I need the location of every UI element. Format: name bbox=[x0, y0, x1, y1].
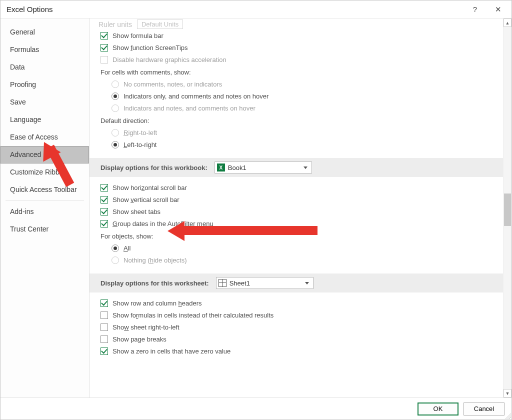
comments-heading: For cells with comments, show: bbox=[100, 66, 496, 78]
label: Show a zero in cells that have zero valu… bbox=[112, 348, 230, 355]
close-button[interactable]: ✕ bbox=[486, 2, 510, 17]
disable-hardware-accel-row[interactable]: Disable hardware graphics acceleration bbox=[100, 54, 496, 66]
group-dates-autofilter-row[interactable]: Group dates in the AutoFilter menu bbox=[100, 218, 496, 230]
radio-icon[interactable] bbox=[112, 80, 119, 88]
label: Right-to-left bbox=[124, 129, 157, 136]
label: Show row and column headers bbox=[112, 300, 202, 307]
label: Disable hardware graphics acceleration bbox=[112, 56, 226, 64]
comments-radio-none[interactable]: No comments, notes, or indicators bbox=[112, 78, 496, 90]
checkbox-icon[interactable] bbox=[100, 348, 108, 355]
sidebar-item-formulas[interactable]: Formulas bbox=[0, 41, 89, 58]
checkbox-icon[interactable] bbox=[100, 300, 108, 307]
chevron-down-icon bbox=[305, 282, 309, 284]
sidebar-item-quick-access-toolbar[interactable]: Quick Access Toolbar bbox=[0, 181, 89, 198]
resize-grip-icon[interactable] bbox=[504, 412, 511, 419]
sidebar-item-customize-ribbon[interactable]: Customize Ribbon bbox=[0, 164, 89, 181]
scroll-up-arrow-icon[interactable]: ▲ bbox=[504, 18, 512, 27]
direction-rtl[interactable]: Right-to-left bbox=[112, 127, 496, 139]
worksheet-select[interactable]: Sheet1 bbox=[216, 277, 314, 289]
sidebar-item-language[interactable]: Language bbox=[0, 111, 89, 128]
help-button[interactable]: ? bbox=[464, 2, 486, 17]
radio-icon[interactable] bbox=[112, 244, 119, 252]
dialog-body: General Formulas Data Proofing Save Lang… bbox=[0, 18, 512, 398]
cancel-button[interactable]: Cancel bbox=[464, 402, 504, 416]
window-title: Excel Options bbox=[6, 5, 53, 14]
show-function-screentips-row[interactable]: Show function ScreenTips bbox=[100, 42, 496, 54]
vertical-scrollbar[interactable]: ▲ ▼ bbox=[503, 18, 512, 398]
label: Show horizontal scroll bar bbox=[112, 184, 187, 192]
sidebar: General Formulas Data Proofing Save Lang… bbox=[0, 18, 90, 398]
sidebar-item-data[interactable]: Data bbox=[0, 58, 89, 76]
label: Show function ScreenTips bbox=[112, 44, 188, 52]
checkbox-icon[interactable] bbox=[100, 184, 108, 192]
checkbox-icon[interactable] bbox=[100, 196, 108, 204]
section-title: Display options for this workbook: bbox=[100, 164, 208, 172]
titlebar: Excel Options ? ✕ bbox=[0, 0, 512, 18]
scroll-down-arrow-icon[interactable]: ▼ bbox=[504, 389, 512, 398]
show-formulas-row[interactable]: Show formulas in cells instead of their … bbox=[100, 310, 496, 322]
sidebar-item-advanced[interactable]: Advanced bbox=[0, 146, 89, 164]
comments-radio-indicators-only[interactable]: Indicators only, and comments and notes … bbox=[112, 90, 496, 102]
checkbox-icon[interactable] bbox=[100, 324, 108, 331]
ruler-units-dropdown[interactable]: Default Units bbox=[137, 20, 183, 29]
label: All bbox=[124, 244, 130, 252]
dialog-footer: OK Cancel bbox=[0, 398, 512, 420]
content-area: Ruler units Default Units Show formula b… bbox=[90, 18, 503, 398]
chevron-down-icon bbox=[304, 166, 308, 169]
show-row-col-headers-row[interactable]: Show row and column headers bbox=[100, 298, 496, 310]
label: Nothing (hide objects) bbox=[124, 256, 186, 264]
show-page-breaks-row[interactable]: Show page breaks bbox=[100, 334, 496, 346]
show-vertical-scroll-row[interactable]: Show vertical scroll bar bbox=[100, 194, 496, 206]
direction-ltr[interactable]: Left-to-right bbox=[112, 139, 496, 151]
label: Show page breaks bbox=[112, 336, 166, 343]
show-sheet-tabs-row[interactable]: Show sheet tabs bbox=[100, 206, 496, 218]
objects-nothing-radio[interactable]: Nothing (hide objects) bbox=[112, 254, 496, 266]
checkbox-icon[interactable] bbox=[100, 220, 108, 228]
ok-button[interactable]: OK bbox=[418, 402, 458, 416]
sidebar-separator bbox=[6, 200, 84, 201]
checkbox-icon[interactable] bbox=[100, 44, 108, 52]
label: Show sheet tabs bbox=[112, 208, 160, 216]
checkbox-icon[interactable] bbox=[100, 56, 108, 64]
section-workbook-display: Display options for this workbook: X Boo… bbox=[90, 158, 503, 177]
label: Show formula bar bbox=[112, 32, 164, 40]
sidebar-item-general[interactable]: General bbox=[0, 24, 89, 41]
show-zero-row[interactable]: Show a zero in cells that have zero valu… bbox=[100, 346, 496, 358]
show-horizontal-scroll-row[interactable]: Show horizontal scroll bar bbox=[100, 182, 496, 194]
radio-icon[interactable] bbox=[112, 141, 119, 148]
show-sheet-rtl-row[interactable]: Show sheet right-to-left bbox=[100, 322, 496, 334]
label: Left-to-right bbox=[124, 141, 156, 148]
section-title: Display options for this worksheet: bbox=[100, 280, 209, 287]
label: Group dates in the AutoFilter menu bbox=[112, 220, 214, 228]
radio-icon[interactable] bbox=[112, 129, 119, 136]
direction-heading: Default direction: bbox=[100, 114, 496, 127]
label: Show sheet right-to-left bbox=[112, 324, 180, 331]
sidebar-item-save[interactable]: Save bbox=[0, 94, 89, 111]
sheet-icon bbox=[218, 279, 226, 287]
section-worksheet-display: Display options for this worksheet: Shee… bbox=[90, 274, 503, 292]
checkbox-icon[interactable] bbox=[100, 336, 108, 343]
objects-heading: For objects, show: bbox=[100, 230, 496, 242]
workbook-select[interactable]: X Book1 bbox=[214, 162, 312, 174]
label: Indicators and notes, and comments on ho… bbox=[124, 104, 256, 112]
sidebar-item-add-ins[interactable]: Add-ins bbox=[0, 203, 89, 220]
ruler-units-row: Ruler units Default Units bbox=[98, 20, 496, 29]
excel-options-dialog: Excel Options ? ✕ General Formulas Data … bbox=[0, 0, 512, 420]
label: No comments, notes, or indicators bbox=[124, 80, 222, 88]
sidebar-item-ease-of-access[interactable]: Ease of Access bbox=[0, 128, 89, 146]
label: Indicators only, and comments and notes … bbox=[124, 92, 268, 100]
show-formula-bar-row[interactable]: Show formula bar bbox=[100, 30, 496, 42]
checkbox-icon[interactable] bbox=[100, 208, 108, 216]
sidebar-item-trust-center[interactable]: Trust Center bbox=[0, 220, 89, 238]
sidebar-item-proofing[interactable]: Proofing bbox=[0, 76, 89, 94]
radio-icon[interactable] bbox=[112, 104, 119, 112]
objects-all-radio[interactable]: All bbox=[112, 242, 496, 254]
label: Show formulas in cells instead of their … bbox=[112, 312, 274, 319]
excel-icon: X bbox=[217, 164, 225, 172]
checkbox-icon[interactable] bbox=[100, 312, 108, 319]
comments-radio-indicators-notes[interactable]: Indicators and notes, and comments on ho… bbox=[112, 102, 496, 114]
radio-icon[interactable] bbox=[112, 256, 119, 264]
scroll-thumb[interactable] bbox=[504, 194, 511, 226]
radio-icon[interactable] bbox=[112, 92, 119, 100]
checkbox-icon[interactable] bbox=[100, 32, 108, 40]
